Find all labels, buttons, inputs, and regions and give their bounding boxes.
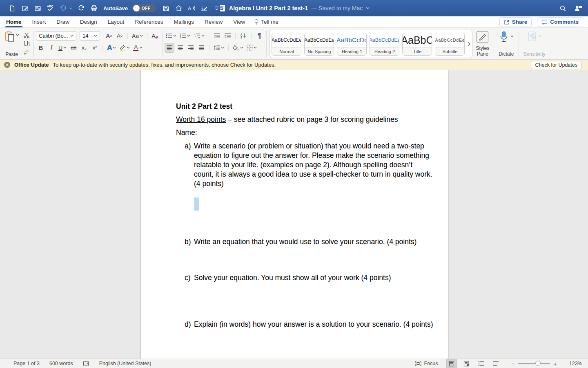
document-canvas[interactable]: Unit 2 Part 2 test Worth 16 points – see… [0,70,588,359]
decrease-indent-button[interactable] [212,31,222,41]
font-name-select[interactable]: Calibri (Bo... [36,31,76,40]
tab-layout[interactable]: Layout [108,16,125,27]
text-effects-button[interactable]: A [106,43,117,53]
print-layout-view-button[interactable] [446,359,457,368]
save-icon[interactable] [162,4,170,12]
item-b-marker: b) [185,237,194,247]
toolbar-overflow-icon[interactable] [213,4,221,12]
style-heading-2[interactable]: AaBbCcDdEe Heading 2 [370,33,399,56]
document-title: Algebra I Unit 2 Part 2 test-1 [229,5,308,11]
item-c-marker: c) [185,273,194,283]
word-count[interactable]: 600 words [49,361,73,366]
style-no-spacing[interactable]: AaBbCcDdEe No Spacing [304,33,334,56]
copy-icon[interactable] [22,40,31,48]
language-indicator[interactable]: English (United States) [99,361,151,366]
align-right-button[interactable] [186,43,196,53]
tab-insert[interactable]: Insert [32,16,46,27]
tab-draw[interactable]: Draw [56,16,69,27]
toggle-knob [133,5,140,11]
format-painter-icon[interactable] [22,48,31,56]
tab-home[interactable]: Home [6,16,22,27]
redo-icon[interactable] [77,4,85,12]
undo-icon[interactable] [59,4,67,12]
underline-button[interactable]: U [57,43,68,53]
focus-toggle[interactable]: Focus [415,361,438,366]
share-button[interactable]: Share [499,17,532,27]
style-subtitle[interactable]: AaBbCcDdEe Subtitle [435,33,465,56]
editor-icon[interactable] [200,4,208,12]
new-document-icon[interactable] [8,4,16,12]
borders-button[interactable] [245,43,258,53]
read-aloud-icon[interactable]: A [187,4,196,12]
mail-merge-icon[interactable] [33,4,42,12]
cut-icon[interactable] [22,31,31,40]
superscript-button[interactable]: x² [90,43,100,53]
tell-me[interactable]: Tell me [254,16,278,27]
clear-formatting-button[interactable]: A [150,31,160,41]
font-size-select[interactable]: 14 [80,31,100,40]
styles-pane-button[interactable]: Styles Pane [473,30,492,58]
styles-gallery-more-icon[interactable] [468,42,470,46]
italic-button[interactable]: I [47,43,56,53]
zoom-slider[interactable] [518,363,550,364]
svg-text:i: i [196,37,196,38]
style-normal[interactable]: AaBbCcDdEe Normal [272,33,301,56]
align-center-button[interactable] [175,43,185,53]
outline-view-button[interactable] [476,359,486,368]
zoom-percentage[interactable]: 123% [563,361,582,366]
title-menu-chevron-icon[interactable] [366,7,370,9]
multilevel-list-button[interactable]: 1ai [192,31,206,41]
subscript-button[interactable]: x₂ [79,43,89,53]
compose-icon[interactable] [21,4,29,12]
paste-chevron-icon[interactable] [16,34,19,36]
comments-button[interactable]: Comments [537,17,583,27]
dictate-button[interactable]: Dictate [496,30,516,58]
bold-button[interactable]: B [36,43,46,53]
strikethrough-button[interactable]: ab [69,43,78,53]
align-left-button[interactable] [165,43,174,53]
share-presence-icon[interactable] [574,4,582,12]
bullets-button[interactable] [165,31,178,41]
tab-review[interactable]: Review [205,16,223,27]
paste-label: Paste [5,52,18,57]
numbering-button[interactable]: 123 [178,31,192,41]
paste-button[interactable]: Paste [4,30,19,58]
tab-mailings[interactable]: Mailings [174,16,194,27]
document-page[interactable]: Unit 2 Part 2 test Worth 16 points – see… [141,70,448,359]
sort-button[interactable]: AZ [238,31,248,41]
grow-font-button[interactable]: A˄ [104,31,114,41]
tab-design[interactable]: Design [80,16,97,27]
dismiss-update-icon[interactable]: ✕ [4,62,10,68]
home-icon[interactable] [175,4,183,12]
show-paragraph-marks-button[interactable]: ¶ [254,31,264,41]
undo-menu-chevron-icon[interactable] [69,4,73,12]
draft-view-button[interactable] [490,359,501,368]
shading-button[interactable] [232,43,245,53]
highlight-button[interactable] [118,43,131,53]
zoom-slider-knob[interactable] [535,361,541,366]
web-layout-view-button[interactable] [461,359,472,368]
style-heading-1[interactable]: AaBbCcDc Heading 1 [337,33,367,56]
justify-button[interactable] [196,43,206,53]
font-color-button[interactable]: A [132,43,144,53]
shrink-font-button[interactable]: A˅ [115,31,125,41]
tab-references[interactable]: References [135,16,163,27]
autosave-toggle[interactable]: OFF [132,4,156,12]
change-case-button[interactable]: Aa [131,31,144,41]
item-d-marker: d) [185,320,194,329]
zoom-in-button[interactable]: + [550,360,560,367]
ribbon-tab-bar: Home Insert Draw Design Layout Reference… [0,16,588,28]
spellcheck-icon[interactable]: ABC [46,4,54,12]
text-selection-highlight [194,197,199,211]
proofing-status-icon[interactable] [83,361,89,366]
tab-view[interactable]: View [233,16,245,27]
print-icon[interactable] [90,4,98,12]
style-title[interactable]: AaBbC Title [402,33,432,56]
saved-status: — Saved to my Mac [311,5,363,11]
check-for-updates-button[interactable]: Check for Updates [531,61,581,69]
line-spacing-button[interactable] [212,43,225,53]
search-icon[interactable] [559,4,567,12]
page-indicator[interactable]: Page 1 of 3 [13,361,40,366]
zoom-out-button[interactable]: − [508,360,518,367]
increase-indent-button[interactable] [223,31,232,41]
